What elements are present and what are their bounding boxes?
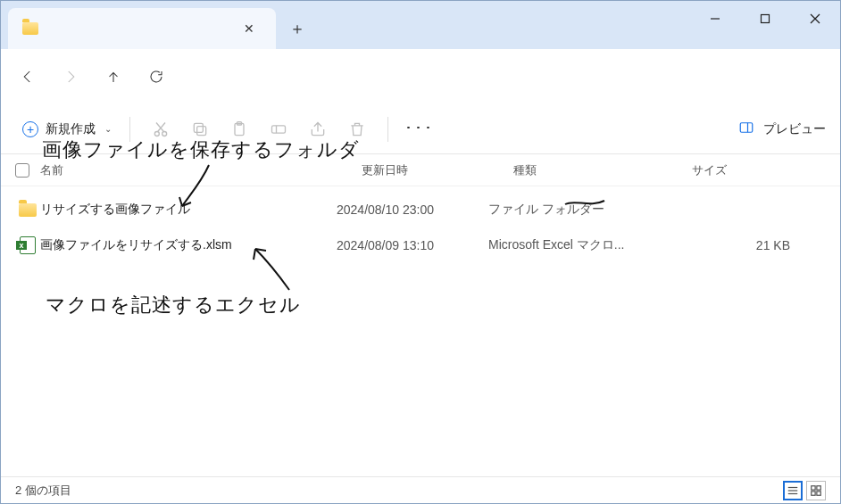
separator: [129, 117, 130, 142]
delete-button[interactable]: [337, 112, 377, 147]
status-bar: 2 個の項目: [1, 476, 840, 503]
svg-rect-11: [740, 123, 753, 133]
refresh-button[interactable]: [137, 59, 176, 95]
col-date[interactable]: 更新日時: [362, 162, 513, 178]
item-name: リサイズする画像ファイル: [40, 202, 337, 218]
svg-point-5: [162, 131, 167, 136]
svg-rect-1: [762, 15, 770, 23]
svg-rect-10: [272, 125, 286, 132]
cut-button[interactable]: [141, 112, 180, 147]
column-headers: 名前 更新日時 種類 サイズ: [1, 154, 840, 186]
copy-button[interactable]: [180, 112, 220, 147]
address-bar[interactable]: [188, 61, 695, 93]
new-tab-button[interactable]: ＋: [276, 8, 319, 49]
item-count: 2 個の項目: [15, 483, 71, 499]
col-name[interactable]: 名前: [40, 162, 362, 178]
col-size[interactable]: サイズ: [692, 162, 826, 178]
plus-icon: +: [22, 121, 38, 137]
svg-rect-16: [812, 485, 815, 489]
paste-button[interactable]: [220, 112, 259, 147]
nav-bar: [1, 49, 840, 104]
up-button[interactable]: [94, 59, 133, 95]
thumbnails-view-button[interactable]: [806, 481, 826, 500]
item-type: Microsoft Excel マクロ...: [488, 237, 667, 253]
close-tab-icon[interactable]: ✕: [237, 16, 262, 41]
svg-rect-6: [197, 126, 206, 135]
list-item[interactable]: リサイズする画像ファイル 2024/08/10 23:00 ファイル フォルダー: [15, 192, 826, 227]
item-date: 2024/08/10 23:00: [337, 202, 488, 217]
preview-pane-icon: [738, 120, 754, 138]
file-list: リサイズする画像ファイル 2024/08/10 23:00 ファイル フォルダー…: [1, 186, 840, 476]
forward-button[interactable]: [51, 59, 90, 95]
svg-point-4: [154, 131, 159, 136]
item-name: 画像ファイルをリサイズする.xlsm: [40, 237, 337, 253]
preview-button[interactable]: プレビュー: [763, 121, 826, 137]
select-all-checkbox[interactable]: [15, 163, 29, 178]
svg-rect-17: [817, 485, 820, 489]
close-window-button[interactable]: [790, 1, 840, 37]
tab-current[interactable]: ✕: [8, 8, 276, 49]
rename-button[interactable]: [259, 112, 298, 147]
search-box[interactable]: [708, 61, 833, 93]
maximize-button[interactable]: [740, 1, 790, 37]
details-view-button[interactable]: [783, 481, 803, 500]
window-controls: [690, 1, 840, 49]
col-type[interactable]: 種類: [513, 162, 692, 178]
svg-rect-19: [817, 491, 820, 494]
separator: [387, 117, 388, 142]
item-date: 2024/08/09 13:10: [337, 238, 488, 252]
svg-rect-7: [194, 123, 203, 132]
chevron-down-icon: ⌄: [104, 124, 112, 134]
excel-macro-icon: [20, 236, 36, 254]
share-button[interactable]: [298, 112, 337, 147]
command-bar: + 新規作成 ⌄ ･･･ プレビュー: [1, 104, 840, 154]
item-type: ファイル フォルダー: [488, 202, 667, 218]
item-size: 21 KB: [667, 238, 826, 252]
new-label: 新規作成: [46, 121, 96, 137]
folder-icon: [22, 22, 38, 35]
list-item[interactable]: 画像ファイルをリサイズする.xlsm 2024/08/09 13:10 Micr…: [15, 227, 826, 263]
back-button[interactable]: [8, 59, 47, 95]
new-button[interactable]: + 新規作成 ⌄: [15, 116, 119, 143]
minimize-button[interactable]: [690, 1, 740, 37]
explorer-window: ✕ ＋ + 新規作成 ⌄ ･･･ プレビ: [0, 0, 841, 504]
annotation-bottom: マクロを記述するエクセル: [46, 292, 301, 318]
more-button[interactable]: ･･･: [399, 120, 438, 138]
svg-rect-18: [812, 491, 815, 494]
title-bar: ✕ ＋: [1, 1, 840, 49]
folder-icon: [19, 203, 37, 217]
